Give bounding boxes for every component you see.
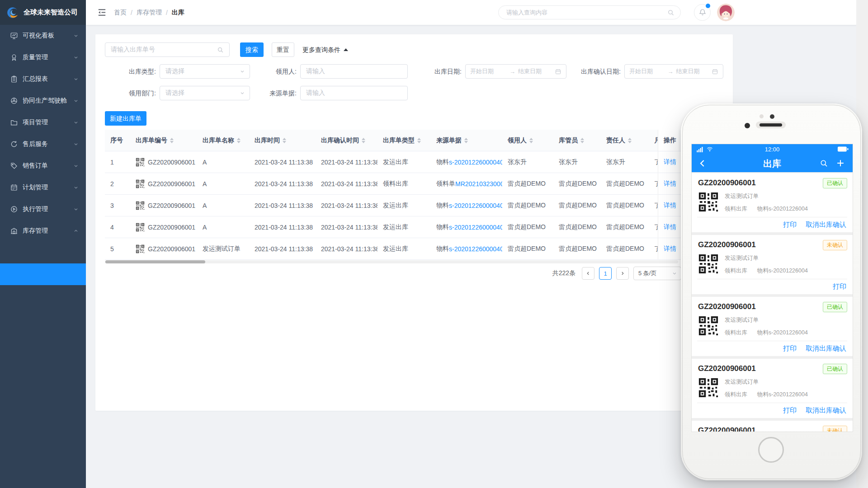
recipient-filter-input[interactable]: 请输入	[300, 64, 408, 79]
table-column-header[interactable]: 来源单据	[431, 130, 502, 151]
table-column-header[interactable]: 出库单名称	[197, 130, 249, 151]
sidebar-submenu-item[interactable]	[0, 372, 86, 394]
table-column-header[interactable]: 出库时间	[249, 130, 316, 151]
sidebar-menu-item[interactable]: 执行管理	[0, 198, 86, 220]
sidebar-menu-item[interactable]: 库存管理	[0, 220, 86, 242]
status-badge: 未确认	[823, 426, 847, 432]
card-action-link[interactable]: 打印	[783, 221, 797, 229]
sidebar-menu-item[interactable]: 项目管理	[0, 112, 86, 133]
sidebar-menu-item[interactable]: 协同生产驾驶舱	[0, 90, 86, 112]
table-column-header[interactable]: 月	[649, 130, 658, 151]
sort-icon[interactable]	[237, 136, 241, 145]
sort-icon[interactable]	[362, 136, 365, 145]
sidebar-menu-item[interactable]: 计划管理	[0, 177, 86, 198]
current-page-button[interactable]: 1	[599, 267, 612, 280]
table-column-header[interactable]: 库管员	[553, 130, 601, 151]
sidebar-submenu-item[interactable]	[0, 328, 86, 350]
create-outbound-button[interactable]: 新建出库单	[105, 111, 146, 126]
sort-icon[interactable]	[529, 136, 533, 145]
card-action-link[interactable]: 取消出库确认	[806, 406, 846, 415]
notifications-button[interactable]	[694, 4, 711, 21]
sort-icon[interactable]	[464, 136, 468, 145]
sidebar-submenu-item[interactable]	[0, 307, 86, 328]
qr-code-icon[interactable]	[136, 179, 145, 188]
card-action-link[interactable]: 取消出库确认	[806, 344, 846, 353]
logo-row: 全球未来智造公司	[0, 0, 86, 25]
sidebar-menu-item[interactable]: 销售订单	[0, 155, 86, 177]
type-filter-select[interactable]: 请选择	[160, 64, 250, 79]
detail-link[interactable]: 详情	[664, 223, 676, 231]
detail-link[interactable]: 详情	[664, 180, 676, 188]
table-column-header[interactable]: 出库单类型	[377, 130, 431, 151]
sidebar-submenu-item[interactable]	[0, 285, 86, 307]
next-page-button[interactable]	[616, 267, 629, 280]
table-column-header[interactable]: 出库单编号	[130, 130, 197, 151]
source-doc-link[interactable]: s-20201226000040	[449, 202, 502, 209]
table-column-header[interactable]: 出库确认时间	[316, 130, 377, 151]
cell-confirm-time: 2021-03-24 11:13:38	[316, 151, 377, 173]
card-action-link[interactable]: 打印	[783, 344, 797, 353]
sort-icon[interactable]	[170, 136, 174, 145]
order-number-input[interactable]: 请输入出库单号	[105, 42, 230, 57]
add-icon[interactable]	[835, 158, 845, 168]
sort-icon[interactable]	[628, 136, 632, 145]
user-avatar[interactable]	[717, 4, 735, 21]
source-filter-input[interactable]: 请输入	[300, 86, 408, 100]
card-action-link[interactable]: 打印	[833, 282, 846, 291]
source-doc-link[interactable]: MR202103230002	[455, 180, 502, 188]
sidebar-menu-label: 项目管理	[23, 118, 73, 127]
dept-filter-select[interactable]: 请选择	[160, 86, 250, 100]
table-column-header[interactable]: 操作	[658, 130, 679, 151]
phone-statusbar: 12:00	[692, 144, 853, 155]
source-doc-link[interactable]: s-20201226000040	[449, 245, 502, 253]
phone-home-button[interactable]	[758, 437, 784, 463]
global-search-input[interactable]: 请输入查询内容	[498, 5, 681, 19]
breadcrumb-inventory[interactable]: 库存管理	[137, 9, 162, 17]
sidebar-menu-item[interactable]: 售后服务	[0, 133, 86, 155]
chevron-down-icon	[240, 69, 245, 74]
sidebar-collapse-icon[interactable]	[97, 7, 107, 18]
search-button[interactable]: 搜索	[240, 42, 264, 57]
source-doc-link[interactable]: s-20201226000040	[449, 159, 502, 166]
horizontal-scrollbar-thumb[interactable]	[105, 260, 205, 263]
qr-code-icon[interactable]	[136, 201, 145, 210]
sidebar-submenu-item[interactable]	[0, 350, 86, 372]
qr-code-icon[interactable]	[136, 223, 145, 232]
outbound-card[interactable]: GZ20200906001已确认发运测试订单领料出库物料s-2020122600…	[692, 173, 853, 232]
confirm-date-range[interactable]: 开始日期 → 结束日期	[624, 64, 723, 79]
prev-page-button[interactable]	[582, 267, 594, 280]
qr-code-icon[interactable]	[136, 244, 145, 253]
card-action-link[interactable]: 取消出库确认	[806, 221, 846, 229]
outbound-card[interactable]: GZ20200906001未确认发运测试订单	[692, 421, 853, 432]
source-doc-link[interactable]: s-20201226000040	[449, 224, 502, 231]
sidebar-menu-item[interactable]: 汇总报表	[0, 68, 86, 90]
qr-code-icon[interactable]	[136, 158, 145, 167]
card-action-link[interactable]: 打印	[783, 406, 797, 415]
sort-icon[interactable]	[580, 136, 584, 145]
sidebar-submenu-item[interactable]	[0, 394, 86, 415]
horizontal-scrollbar-track[interactable]	[105, 260, 678, 263]
card-order-name: 发运测试订单	[725, 378, 808, 386]
detail-link[interactable]: 详情	[664, 245, 676, 253]
search-icon[interactable]	[667, 9, 675, 16]
sidebar-menu-item[interactable]: 质量管理	[0, 47, 86, 68]
outbound-card[interactable]: GZ20200906001未确认发运测试订单领料出库物料s-2020122600…	[692, 235, 853, 294]
table-column-header[interactable]: 领用人	[502, 130, 553, 151]
page-size-select[interactable]: 5 条/页	[633, 267, 681, 280]
more-filters-toggle[interactable]: 更多查询条件	[302, 42, 348, 57]
detail-link[interactable]: 详情	[664, 158, 676, 166]
breadcrumb-home[interactable]: 首页	[114, 9, 127, 17]
reset-button[interactable]: 重置	[272, 42, 294, 57]
sort-icon[interactable]	[417, 136, 421, 145]
sidebar-submenu-item[interactable]	[0, 263, 86, 285]
sidebar-menu-item[interactable]: 可视化看板	[0, 25, 86, 47]
outbound-date-range[interactable]: 开始日期 → 结束日期	[465, 64, 566, 79]
detail-link[interactable]: 详情	[664, 202, 676, 210]
outbound-card[interactable]: GZ20200906001已确认发运测试订单领料出库物料s-2020122600…	[692, 297, 853, 356]
outbound-card[interactable]: GZ20200906001已确认发运测试订单领料出库物料s-2020122600…	[692, 359, 853, 418]
table-column-header[interactable]: 序号	[105, 130, 130, 151]
search-icon[interactable]	[820, 159, 828, 168]
sidebar-submenu-item[interactable]	[0, 242, 86, 263]
table-column-header[interactable]: 责任人	[601, 130, 649, 151]
sort-icon[interactable]	[283, 136, 286, 145]
